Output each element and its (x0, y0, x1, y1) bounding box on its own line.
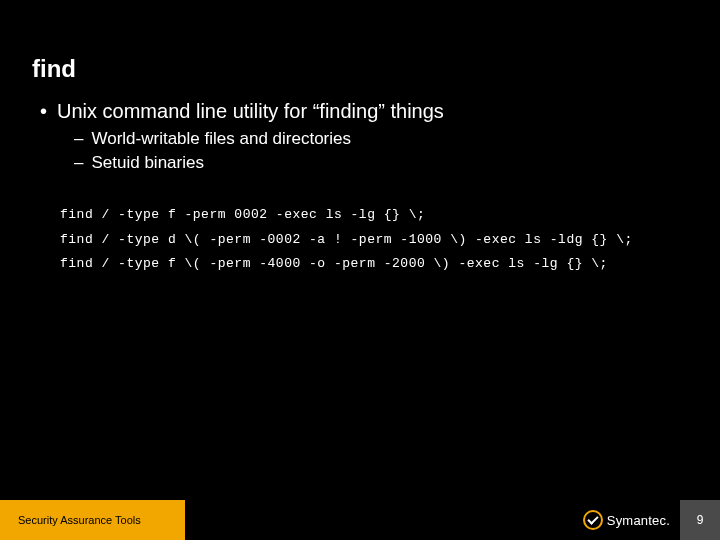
brand-name: Symantec. (607, 513, 670, 528)
code-line: find / -type f -perm 0002 -exec ls -lg {… (60, 203, 680, 228)
footer-page: 9 (680, 500, 720, 540)
footer: Security Assurance Tools Symantec. 9 (0, 500, 720, 540)
code-line: find / -type d \( -perm -0002 -a ! -perm… (60, 228, 680, 253)
content-area: • Unix command line utility for “finding… (40, 100, 680, 277)
code-block: find / -type f -perm 0002 -exec ls -lg {… (60, 203, 680, 277)
slide-title: find (32, 55, 76, 83)
footer-title: Security Assurance Tools (18, 514, 141, 526)
bullet-level2: – World-writable files and directories (74, 129, 680, 149)
dash-icon: – (74, 153, 83, 173)
sub-bullet-text: Setuid binaries (91, 153, 203, 173)
sub-bullet-text: World-writable files and directories (91, 129, 351, 149)
footer-mid: Symantec. (185, 500, 680, 540)
slide: find • Unix command line utility for “fi… (0, 0, 720, 540)
bullet-level1: • Unix command line utility for “finding… (40, 100, 680, 123)
code-line: find / -type f \( -perm -4000 -o -perm -… (60, 252, 680, 277)
check-circle-icon (583, 510, 603, 530)
page-number: 9 (697, 513, 704, 527)
bullet-level2: – Setuid binaries (74, 153, 680, 173)
check-icon (587, 513, 598, 524)
brand-logo: Symantec. (583, 510, 670, 530)
bullet-dot: • (40, 101, 47, 121)
sub-bullets: – World-writable files and directories –… (74, 129, 680, 173)
dash-icon: – (74, 129, 83, 149)
bullet-text: Unix command line utility for “finding” … (57, 100, 444, 123)
footer-left: Security Assurance Tools (0, 500, 185, 540)
